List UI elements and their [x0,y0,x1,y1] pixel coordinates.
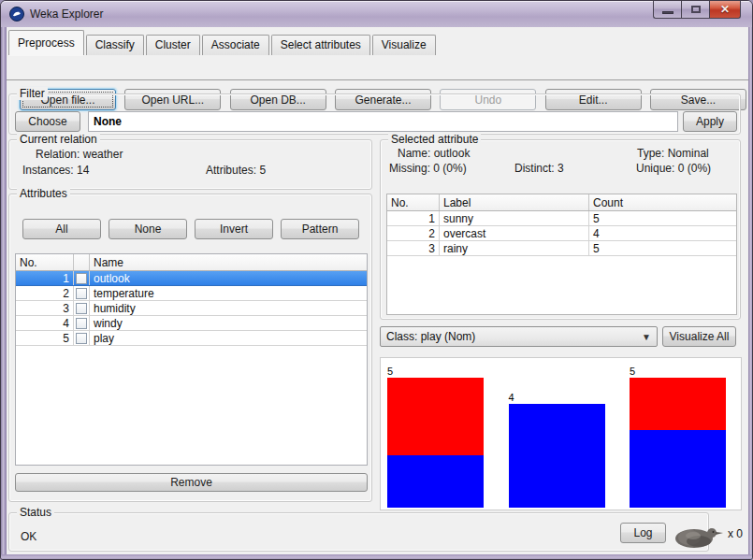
filter-group-title: Filter [17,87,48,100]
none-button[interactable]: None [109,219,187,239]
attribute-checkbox[interactable] [76,273,87,284]
window-border-right [748,27,753,554]
tab-select-attributes[interactable]: Select attributes [271,35,370,55]
choose-filter-button[interactable]: Choose [15,111,80,132]
value-no: 2 [387,226,440,240]
attr-missing-label: Missing: 0 (0%) [389,162,467,175]
histogram-bar-rainy: 5 [630,366,726,508]
col-checkbox-header[interactable] [74,254,90,270]
value-no: 1 [387,211,440,225]
chevron-down-icon: ▼ [642,332,651,342]
unique-value: 0 (0%) [678,162,711,175]
tab-bar: Preprocess Classify Cluster Associate Se… [8,30,438,55]
visualize-all-button[interactable]: Visualize All [662,326,736,347]
minimize-icon [662,11,673,14]
attribute-checkbox-cell [74,271,90,285]
attribute-row-windy[interactable]: 4 windy [16,316,367,331]
missing-key: Missing: [389,162,430,175]
col-no-header[interactable]: No. [387,194,440,210]
attribute-row-humidity[interactable]: 3 humidity [16,301,367,316]
attributes-group: Attributes All None Invert Pattern No. N… [8,194,372,502]
attribute-checkbox[interactable] [76,318,87,329]
attribute-name: play [90,331,367,345]
close-icon: ✕ [720,4,730,15]
attribute-row-play[interactable]: 5 play [16,331,367,346]
attribute-select-buttons: All None Invert Pattern [22,219,359,239]
instances-key: Instances: [22,164,74,177]
value-row-overcast[interactable]: 2 overcast 4 [387,226,736,241]
attribute-checkbox[interactable] [76,288,87,299]
weka-explorer-window: Weka Explorer ✕ Preprocess Classify Clus… [0,0,753,560]
attributes-group-title: Attributes [17,187,70,200]
distinct-key: Distinct: [514,162,555,175]
histogram-bar-count: 4 [509,392,605,404]
histogram-bars: 545 [387,364,726,508]
value-row-sunny[interactable]: 1 sunny 5 [387,211,736,226]
col-label-header[interactable]: Label [440,194,589,210]
current-relation-group: Current relation Relation: weather Insta… [8,139,372,190]
col-count-header[interactable]: Count [589,194,736,210]
window-border-bottom [1,554,753,560]
tab-cluster[interactable]: Cluster [146,35,200,55]
histogram-bar-count: 5 [387,366,484,378]
tab-preprocess[interactable]: Preprocess [8,30,84,55]
attributes-table: No. Name 1 outlook 2 temperature 3 [15,253,368,466]
label-count-header[interactable]: No. Label Count [387,194,736,211]
instances-label: Instances: 14 [22,164,89,177]
invert-button[interactable]: Invert [195,219,273,239]
close-button[interactable]: ✕ [709,1,741,19]
attr-name-label: Name: outlook [398,147,470,160]
value-count: 5 [589,211,736,225]
all-button[interactable]: All [22,219,101,239]
filter-value-field[interactable]: None [88,111,678,132]
title-bar[interactable]: Weka Explorer ✕ [1,1,753,27]
attribute-name: outlook [90,271,367,285]
tab-classify[interactable]: Classify [86,35,144,55]
attributes-count-label: Attributes: 5 [206,164,266,177]
value-row-rainy[interactable]: 3 rainy 5 [387,241,736,256]
attribute-name: windy [90,316,367,330]
attribute-checkbox[interactable] [76,303,87,314]
value-label: overcast [440,226,589,240]
status-group: Status OK [8,512,709,552]
tab-associate[interactable]: Associate [202,35,269,55]
col-name-header[interactable]: Name [90,254,367,270]
name-value: outlook [434,147,471,160]
apply-filter-button[interactable]: Apply [683,111,737,132]
minimize-button[interactable] [653,1,681,19]
attribute-row-temperature[interactable]: 2 temperature [16,286,367,301]
class-selector-combobox[interactable]: Class: play (Nom) ▼ [380,326,658,347]
log-button[interactable]: Log [620,523,666,543]
tabstrip-divider [7,79,748,80]
attribute-checkbox[interactable] [76,333,87,344]
value-label: sunny [440,211,589,225]
attribute-no: 4 [16,316,74,330]
tab-label: Classify [95,38,135,51]
attribute-row-outlook[interactable]: 1 outlook [16,271,367,286]
histogram-bar-overcast: 4 [509,392,605,508]
tab-visualize[interactable]: Visualize [372,35,436,55]
attr-type-label: Type: Nominal [637,147,709,160]
attribute-checkbox-cell [74,286,90,300]
value-no: 3 [387,241,440,255]
unique-key: Unique: [636,162,674,175]
maximize-icon [691,6,701,13]
attribute-no: 1 [16,271,74,285]
attribute-no: 2 [16,286,74,300]
value-count: 4 [589,226,736,240]
attributes-table-header[interactable]: No. Name [16,254,367,271]
relation-value: weather [83,148,123,161]
attr-distinct-label: Distinct: 3 [514,162,564,175]
histogram-segment [387,378,484,455]
log-counter: x 0 [728,527,743,540]
window-controls: ✕ [653,1,741,19]
window-title: Weka Explorer [30,7,103,21]
tab-label: Preprocess [18,36,75,50]
maximize-button[interactable] [681,1,709,19]
pattern-button[interactable]: Pattern [281,219,359,239]
selected-attribute-group: Selected attribute Name: outlook Type: N… [380,139,741,320]
value-count: 5 [589,241,736,255]
col-no-header[interactable]: No. [16,254,74,270]
attribute-no: 3 [16,301,74,315]
remove-button[interactable]: Remove [15,473,368,492]
